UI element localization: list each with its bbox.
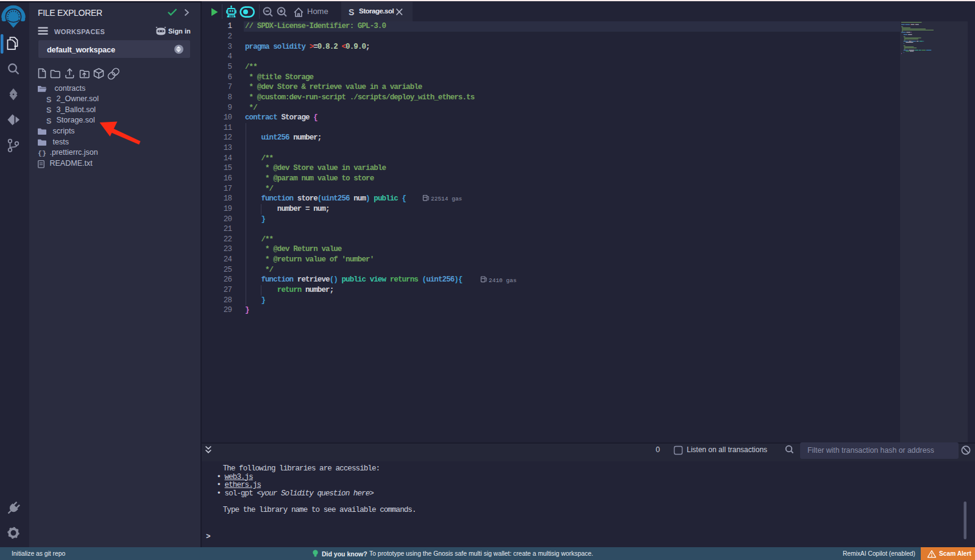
svg-text:S: S: [46, 106, 51, 115]
svg-text:S: S: [349, 7, 354, 17]
svg-text:{}: {}: [38, 149, 46, 157]
svg-text:S: S: [46, 117, 51, 126]
svg-text:S: S: [46, 96, 51, 104]
